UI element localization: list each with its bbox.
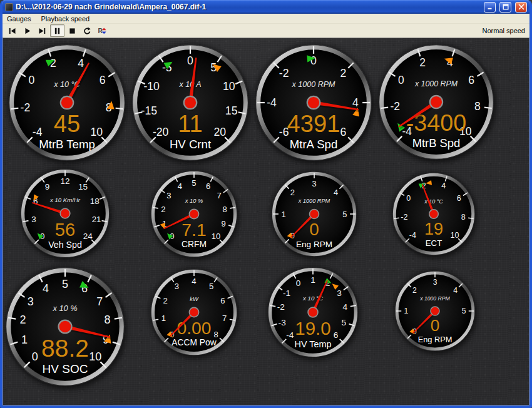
minimize-button[interactable]: [484, 2, 496, 13]
unit-label: x 10 Km/Hr: [49, 196, 81, 203]
gauge-name: Veh Spd: [48, 240, 82, 250]
scale-label: 2: [340, 67, 346, 79]
scale-label: 4: [78, 57, 84, 69]
gauge-name: Eng RPM: [296, 240, 332, 249]
toolbar-loop-button[interactable]: [80, 24, 95, 37]
scale-label: 2: [19, 314, 26, 326]
unit-label: x 1000 RPM: [291, 80, 335, 89]
scale-label: 4: [352, 96, 359, 109]
unit-label: x 10 °C: [424, 198, 443, 205]
value-readout: 56: [55, 220, 75, 240]
unit-label: x 10 %: [185, 198, 203, 204]
gauge-name: CRFM: [182, 240, 207, 249]
scale-label: 5: [342, 210, 347, 219]
scale-label: 8: [461, 213, 466, 222]
scale-label: 6: [206, 181, 210, 191]
gauge-mtrb-temp: -4-20246810x 10 °C45MtrB Temp: [9, 44, 125, 161]
scale-label: 1: [281, 210, 285, 219]
scale-label: 6: [100, 74, 106, 86]
scale-label: 10: [89, 350, 101, 363]
needle-hub: [308, 307, 318, 317]
titlebar[interactable]: D:\...\2012-06-29 nach Grindelwald\Amper…: [3, 0, 529, 14]
unit-label: kW: [190, 296, 199, 302]
close-button[interactable]: [515, 2, 527, 13]
scale-label: -2: [401, 213, 407, 222]
needle-hub: [310, 210, 319, 219]
unit-label: x 1000 RPM: [419, 295, 450, 302]
scale-label: -4: [267, 96, 277, 109]
scale-label: 6: [457, 194, 461, 203]
scale-label: -15: [141, 105, 158, 117]
gauge-ect: -4-20246810x 10 °C19ECT: [392, 173, 475, 255]
scale-label: 0: [398, 74, 404, 86]
value-readout: 7.1: [182, 220, 206, 240]
scale-label: 6: [468, 74, 474, 86]
needle-hub: [307, 96, 320, 109]
tick-mark: [394, 218, 399, 218]
toolbar-skip-to-end-button[interactable]: [35, 24, 49, 37]
scale-label: 10: [451, 231, 459, 240]
scale-label: 1: [161, 314, 166, 323]
scale-label: 6: [334, 330, 339, 340]
scale-label: 21: [92, 215, 101, 224]
toolbar-play-button[interactable]: [20, 24, 34, 37]
gauge-panel: -4-20246810x 10 °C45MtrB Temp-20-15-10-5…: [3, 38, 529, 405]
stop-icon: [68, 27, 76, 35]
maximize-button[interactable]: [499, 2, 511, 13]
gauge-name: MtrB Spd: [412, 136, 461, 150]
scale-label: 3: [337, 288, 342, 298]
scale-label: 20: [214, 126, 227, 138]
gauge-mtrb-spd: -4-20246810x 1000 RPM-3400MtrB Spd: [379, 44, 494, 160]
scale-label: 3: [31, 215, 36, 224]
toolbar-reverse-button[interactable]: R: [95, 24, 110, 37]
gauge-name: ACCM Pow: [171, 338, 216, 347]
scale-label: 4: [453, 286, 458, 295]
unit-label: x 1000 RPM: [414, 79, 458, 88]
playback-toolbar: R Normal speed: [3, 24, 529, 38]
value-readout: 88.2: [41, 335, 89, 362]
menubar: Gauges Playback speed: [3, 14, 529, 24]
gauge-name: MtrA Spd: [290, 138, 337, 151]
scale-label: 5: [462, 307, 466, 315]
scale-label: 0: [296, 278, 301, 288]
scale-label: -20: [153, 126, 169, 138]
scale-label: 0: [310, 54, 317, 67]
tick-mark: [484, 108, 492, 108]
scale-label: 5: [62, 278, 68, 290]
toolbar-stop-button[interactable]: [65, 24, 79, 37]
toolbar-skip-to-start-button[interactable]: [5, 24, 19, 37]
skip-to-start-icon: [8, 27, 16, 35]
gauge-name: HV SOC: [43, 362, 88, 375]
gauge-name: MtrB Temp: [39, 138, 95, 151]
value-readout: 4391: [287, 110, 340, 137]
value-readout: 0: [309, 220, 319, 239]
value-readout: -3400: [406, 110, 466, 136]
menu-gauges[interactable]: Gauges: [7, 15, 31, 23]
scale-label: 12: [61, 176, 70, 186]
scale-label: 10: [212, 232, 221, 241]
scale-label: 0: [187, 54, 193, 67]
toolbar-pause-button[interactable]: [50, 24, 64, 37]
gauge-name: HV Temp: [295, 339, 332, 349]
scale-label: 4: [43, 282, 49, 295]
value-readout: 19: [424, 220, 443, 238]
tick-mark: [11, 108, 18, 109]
scale-label: 6: [340, 126, 346, 138]
scale-label: 8: [222, 205, 227, 214]
menu-playback-speed[interactable]: Playback speed: [41, 15, 90, 23]
scale-label: -10: [143, 80, 160, 93]
scale-label: 3: [166, 191, 171, 200]
loop-icon: [83, 27, 91, 35]
scale-label: 4: [441, 181, 446, 190]
scale-label: 3: [175, 282, 179, 291]
scale-label: 1: [21, 334, 28, 346]
gauge-veh-spd: 03691215182124x 10 Km/Hr56Veh Spd: [21, 169, 110, 258]
play-icon: [23, 27, 31, 35]
scale-label: -4: [409, 231, 416, 240]
scale-label: 2: [290, 188, 295, 197]
scale-label: 15: [78, 182, 88, 191]
pause-icon: [53, 27, 61, 35]
gauge-accm-pow: 012345678kW0.00ACCM Pow: [151, 269, 237, 355]
skip-to-end-icon: [38, 27, 46, 35]
scale-label: 4: [342, 302, 347, 312]
